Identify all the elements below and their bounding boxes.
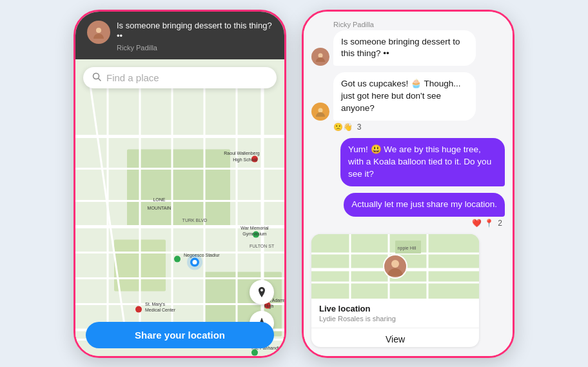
avatar-2 (311, 103, 329, 121)
map-svg: TURK BLVD FULTON ST FELL ST OAK ST Raoul… (75, 59, 284, 355)
reactions-4: ❤️ 📍 2 (344, 219, 502, 228)
avatar-1 (311, 48, 329, 66)
svg-text:War Memorial: War Memorial (240, 226, 269, 230)
sender-name-1: Ricky Padilla (333, 21, 476, 28)
bubble-1: Is someone bringing dessert to this thin… (333, 30, 476, 66)
svg-rect-2 (127, 150, 230, 227)
pin-button[interactable] (250, 280, 274, 304)
svg-text:High: High (264, 304, 274, 309)
svg-text:Gymnasium: Gymnasium (242, 232, 267, 237)
svg-text:LONE: LONE (153, 197, 165, 202)
svg-text:MOUNTAIN: MOUNTAIN (148, 206, 172, 210)
location-avatar-pin (383, 254, 407, 279)
chat-message-2: Got us cupcakes! 🧁 Though... just got he… (311, 72, 476, 132)
msg-row-3: Yum! 😃 We are by this huge tree, with a … (340, 138, 505, 186)
notif-sender: Ricky Padilla (117, 44, 273, 52)
svg-point-0 (96, 28, 101, 33)
svg-text:nppie Hill: nppie Hill (398, 246, 416, 251)
location-info: Live location Lydie Rosales is sharing (311, 299, 479, 328)
svg-point-31 (174, 256, 181, 263)
svg-text:High School: High School (233, 157, 257, 163)
chat-container: Ricky Padilla Is someone bringing desser… (304, 12, 513, 356)
svg-point-45 (193, 260, 197, 264)
search-bar[interactable]: Find a place (83, 67, 277, 88)
svg-point-39 (251, 350, 258, 356)
phones-container: Is someone bringing dessert to this thin… (74, 10, 514, 358)
svg-point-33 (135, 306, 142, 313)
svg-text:FULTON ST: FULTON ST (250, 244, 275, 248)
right-phone: Ricky Padilla Is someone bringing desser… (302, 10, 514, 358)
map-container[interactable]: TURK BLVD FULTON ST FELL ST OAK ST Raoul… (75, 59, 284, 355)
msg-row-1: Is someone bringing dessert to this thin… (311, 30, 476, 66)
svg-text:Medical Center: Medical Center (145, 308, 176, 312)
location-title: Live location (319, 304, 471, 313)
svg-text:St. Mary's: St. Mary's (145, 302, 165, 307)
location-map-thumb: nppie Hill (311, 234, 479, 299)
search-placeholder: Find a place (106, 72, 159, 83)
left-phone: Is someone bringing dessert to this thin… (74, 10, 286, 358)
bubble-3: Yum! 😃 We are by this huge tree, with a … (340, 138, 505, 186)
bubble-2: Got us cupcakes! 🧁 Though... just got he… (333, 72, 476, 121)
svg-point-48 (318, 54, 323, 58)
location-subtitle: Lydie Rosales is sharing (319, 315, 471, 322)
chat-message-3: Yum! 😃 We are by this huge tree, with a … (340, 138, 505, 186)
bubble-4: Actually let me just share my location. (344, 193, 505, 217)
location-card: nppie Hill Live location Lydie Rosales i… (311, 234, 479, 347)
svg-line-47 (99, 79, 101, 81)
chat-message-4: Actually let me just share my location. … (344, 193, 505, 228)
location-view-button[interactable]: View (311, 328, 479, 347)
msg-row-2: Got us cupcakes! 🧁 Though... just got he… (311, 72, 476, 121)
svg-point-59 (391, 260, 399, 268)
svg-text:TURK BLVD: TURK BLVD (182, 218, 208, 223)
notif-avatar (87, 21, 110, 44)
msg-row-4: Actually let me just share my location. (344, 193, 505, 217)
svg-text:Raoul Wallenberg: Raoul Wallenberg (224, 151, 259, 156)
chat-message-1: Ricky Padilla Is someone bringing desser… (311, 21, 476, 66)
notif-message: Is someone bringing dessert to this thin… (117, 21, 273, 43)
notification-bar: Is someone bringing dessert to this thin… (75, 12, 284, 60)
notif-text: Is someone bringing dessert to this thin… (117, 21, 273, 52)
search-icon (92, 72, 101, 83)
reactions-2: 🙁👋 3 (333, 123, 476, 132)
svg-point-49 (318, 108, 323, 112)
share-location-button[interactable]: Share your location (86, 322, 274, 348)
